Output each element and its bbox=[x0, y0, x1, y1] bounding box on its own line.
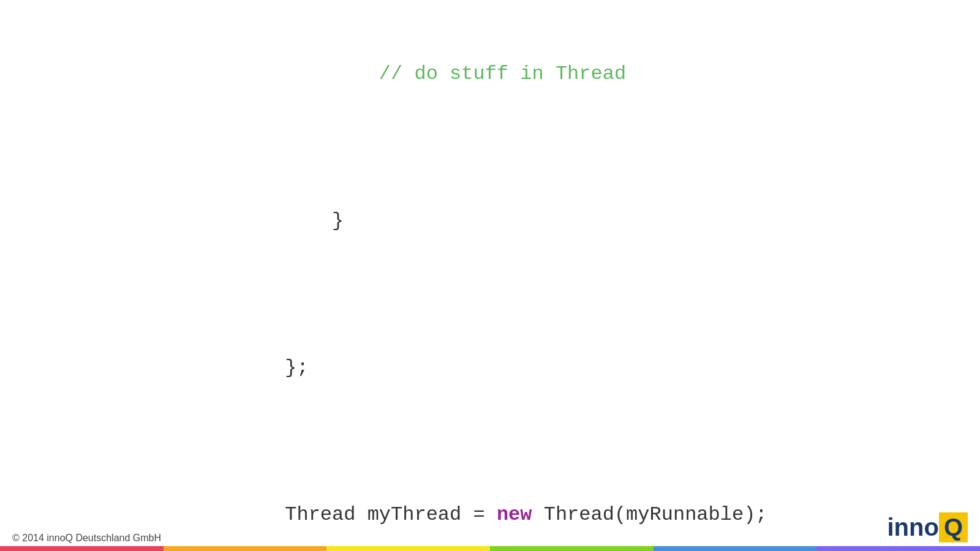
code-text: }; bbox=[285, 356, 308, 379]
logo-q-text: Q bbox=[939, 512, 968, 542]
bar-blue bbox=[654, 546, 817, 551]
code-line-5: }; bbox=[214, 324, 766, 412]
bar-purple bbox=[816, 546, 980, 551]
bar-orange bbox=[164, 546, 327, 551]
logo-inno-text: inno bbox=[887, 514, 938, 541]
copyright-text: © 2014 innoQ Deutschland GmbH bbox=[12, 533, 161, 544]
bar-red bbox=[0, 546, 164, 551]
footer: © 2014 innoQ Deutschland GmbH innoQ bbox=[0, 517, 980, 551]
code-indent bbox=[285, 62, 379, 85]
bar-yellow bbox=[326, 546, 490, 551]
bar-green bbox=[490, 546, 654, 551]
code-line-4: } bbox=[214, 177, 766, 265]
code-line-3: // do stuff in Thread bbox=[214, 30, 766, 118]
code-block: Runnable myRunnable = new Runnable() { p… bbox=[214, 0, 766, 551]
code-comment-thread: // do stuff in Thread bbox=[379, 62, 626, 85]
code-text: } bbox=[285, 209, 344, 232]
slide-content: Runnable myRunnable = new Runnable() { p… bbox=[214, 0, 766, 551]
footer-bar bbox=[0, 546, 980, 551]
innoq-logo: innoQ bbox=[887, 512, 968, 542]
